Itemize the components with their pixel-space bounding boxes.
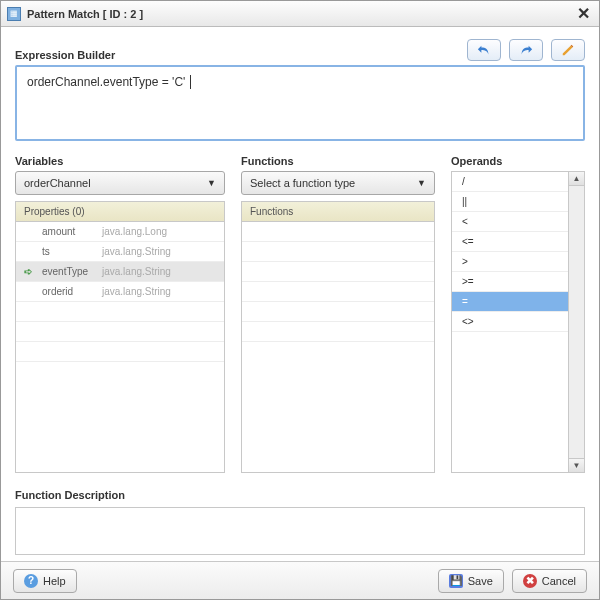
table-row[interactable] (242, 302, 434, 322)
scrollbar[interactable]: ▲ ▼ (568, 172, 584, 472)
property-row[interactable]: orderidjava.lang.String (16, 282, 224, 302)
property-type: java.lang.Long (102, 226, 167, 237)
table-row[interactable] (242, 242, 434, 262)
property-row[interactable]: amountjava.lang.Long (16, 222, 224, 242)
operands-label: Operands (451, 155, 585, 167)
scroll-track[interactable] (569, 186, 584, 458)
undo-button[interactable] (467, 39, 501, 61)
property-name: orderid (42, 286, 94, 297)
window-title: Pattern Match [ ID : 2 ] (27, 8, 143, 20)
operands-column: Operands /||<<=>>==<> ▲ ▼ (451, 155, 585, 473)
title-bar: ▦ Pattern Match [ ID : 2 ] ✕ (1, 1, 599, 27)
text-cursor (186, 75, 190, 89)
functions-grid-body (242, 222, 434, 472)
pencil-icon (561, 43, 575, 57)
cancel-label: Cancel (542, 575, 576, 587)
table-row[interactable] (16, 322, 224, 342)
operand-row[interactable]: / (452, 172, 568, 192)
variables-column: Variables orderChannel ▼ Properties (0) … (15, 155, 225, 473)
expression-toolbar (467, 39, 585, 61)
operand-row[interactable]: < (452, 212, 568, 232)
operand-row[interactable]: <> (452, 312, 568, 332)
save-button[interactable]: 💾 Save (438, 569, 504, 593)
redo-button[interactable] (509, 39, 543, 61)
help-icon: ? (24, 574, 38, 588)
operands-list-body: /||<<=>>==<> (452, 172, 568, 472)
description-box (15, 507, 585, 555)
save-label: Save (468, 575, 493, 587)
expression-input[interactable]: orderChannel.eventType = 'C' (15, 65, 585, 141)
property-name: ts (42, 246, 94, 257)
scroll-up-icon[interactable]: ▲ (569, 172, 584, 186)
chevron-down-icon: ▼ (207, 178, 216, 188)
table-row[interactable] (242, 262, 434, 282)
operand-row[interactable]: > (452, 252, 568, 272)
scroll-down-icon[interactable]: ▼ (569, 458, 584, 472)
properties-grid-header: Properties (0) (16, 202, 224, 222)
variables-label: Variables (15, 155, 225, 167)
property-row[interactable]: ➪eventTypejava.lang.String (16, 262, 224, 282)
content-area: Expression Builder orderChannel.eventTyp… (1, 27, 599, 561)
dialog-window: ▦ Pattern Match [ ID : 2 ] ✕ Expression … (0, 0, 600, 600)
property-row[interactable]: tsjava.lang.String (16, 242, 224, 262)
functions-column: Functions Select a function type ▼ Funct… (241, 155, 435, 473)
property-type: java.lang.String (102, 266, 171, 277)
table-row[interactable] (242, 222, 434, 242)
redo-icon (519, 43, 533, 57)
functions-grid: Functions (241, 201, 435, 473)
edit-button[interactable] (551, 39, 585, 61)
description-label: Function Description (15, 489, 125, 501)
table-row[interactable] (16, 342, 224, 362)
properties-grid-body: amountjava.lang.Longtsjava.lang.String➪e… (16, 222, 224, 472)
expression-text: orderChannel.eventType = 'C' (27, 75, 185, 89)
properties-grid: Properties (0) amountjava.lang.Longtsjav… (15, 201, 225, 473)
functions-label: Functions (241, 155, 435, 167)
property-type: java.lang.String (102, 246, 171, 257)
property-type: java.lang.String (102, 286, 171, 297)
table-row[interactable] (242, 322, 434, 342)
functions-dropdown[interactable]: Select a function type ▼ (241, 171, 435, 195)
operand-row[interactable]: >= (452, 272, 568, 292)
functions-dropdown-value: Select a function type (250, 177, 355, 189)
table-row[interactable] (16, 302, 224, 322)
operand-row[interactable]: || (452, 192, 568, 212)
expression-label: Expression Builder (15, 49, 115, 61)
functions-grid-header: Functions (242, 202, 434, 222)
undo-icon (477, 43, 491, 57)
cancel-button[interactable]: ✖ Cancel (512, 569, 587, 593)
help-button[interactable]: ? Help (13, 569, 77, 593)
app-icon: ▦ (7, 7, 21, 21)
footer-bar: ? Help 💾 Save ✖ Cancel (1, 561, 599, 599)
save-icon: 💾 (449, 574, 463, 588)
table-row[interactable] (242, 282, 434, 302)
variables-dropdown[interactable]: orderChannel ▼ (15, 171, 225, 195)
help-label: Help (43, 575, 66, 587)
operand-row[interactable]: = (452, 292, 568, 312)
variables-dropdown-value: orderChannel (24, 177, 91, 189)
operand-row[interactable]: <= (452, 232, 568, 252)
cancel-icon: ✖ (523, 574, 537, 588)
arrow-icon: ➪ (22, 266, 34, 277)
property-name: eventType (42, 266, 94, 277)
property-name: amount (42, 226, 94, 237)
chevron-down-icon: ▼ (417, 178, 426, 188)
close-icon[interactable]: ✕ (574, 4, 593, 23)
operands-list: /||<<=>>==<> ▲ ▼ (451, 171, 585, 473)
